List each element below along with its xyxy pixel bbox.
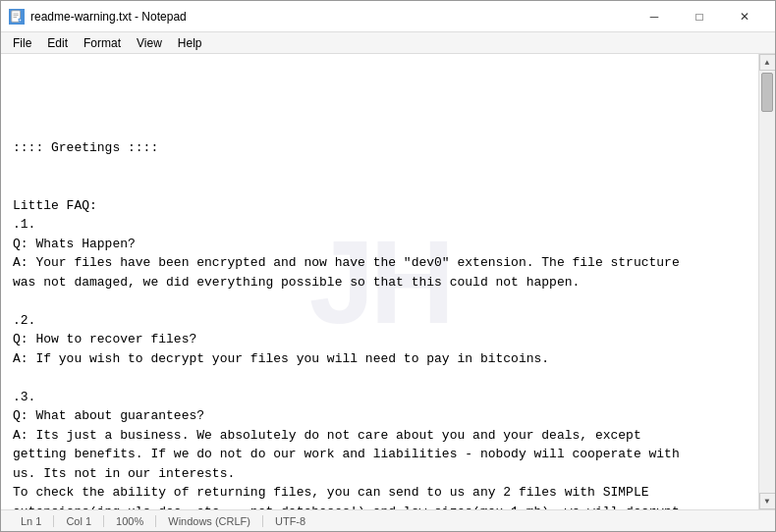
menu-bar: File Edit Format View Help [1,32,775,54]
maximize-button[interactable]: □ [677,1,722,32]
title-bar: readme-warning.txt - Notepad ─ □ ✕ [1,1,775,32]
notepad-window: readme-warning.txt - Notepad ─ □ ✕ File … [0,0,776,532]
status-line: Ln 1 [9,515,54,527]
scroll-down-arrow[interactable]: ▼ [759,493,776,509]
menu-help[interactable]: Help [170,34,210,52]
vertical-scrollbar[interactable]: ▲ ▼ [758,54,775,509]
window-controls: ─ □ ✕ [632,1,767,32]
scroll-track[interactable] [759,71,775,493]
minimize-button[interactable]: ─ [632,1,677,32]
menu-format[interactable]: Format [76,34,129,52]
status-zoom: 100% [104,515,156,527]
window-title: readme-warning.txt - Notepad [30,10,632,24]
scroll-thumb[interactable] [761,73,773,112]
menu-file[interactable]: File [5,34,39,52]
svg-rect-3 [14,17,18,18]
svg-rect-1 [14,13,19,14]
status-encoding: Windows (CRLF) [156,515,263,527]
status-col: Col 1 [54,515,104,527]
text-content: :::: Greetings :::: Little FAQ: .1. Q: W… [13,120,747,510]
svg-rect-2 [14,15,19,16]
close-button[interactable]: ✕ [722,1,767,32]
scroll-up-arrow[interactable]: ▲ [759,54,776,71]
editor-container: JH :::: Greetings :::: Little FAQ: .1. Q… [1,54,775,509]
app-icon [9,9,25,25]
text-editor[interactable]: JH :::: Greetings :::: Little FAQ: .1. Q… [1,54,758,509]
menu-view[interactable]: View [129,34,170,52]
status-bar: Ln 1 Col 1 100% Windows (CRLF) UTF-8 [1,509,775,531]
status-charset: UTF-8 [263,515,317,527]
menu-edit[interactable]: Edit [39,34,76,52]
